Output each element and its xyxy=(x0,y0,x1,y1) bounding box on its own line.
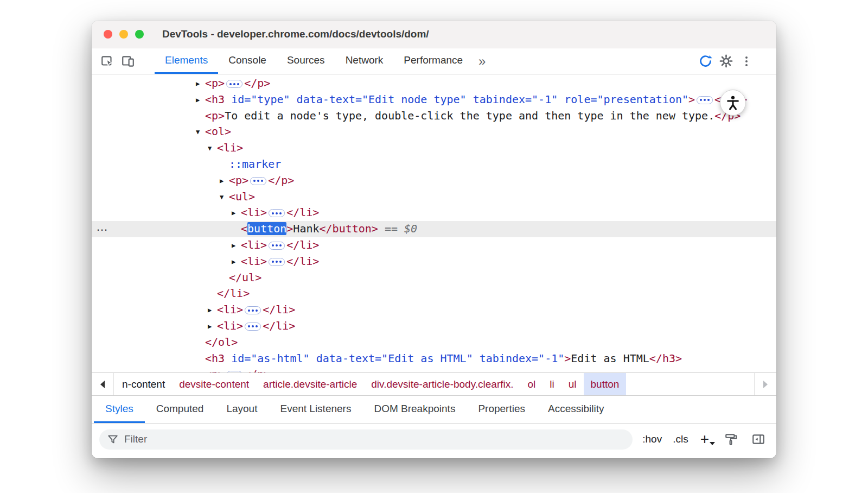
close-button[interactable] xyxy=(104,30,112,39)
expand-arrow-icon[interactable]: ▶ xyxy=(208,319,217,335)
sidebar-tab-properties[interactable]: Properties xyxy=(467,396,537,423)
token-tag: </li> xyxy=(286,255,319,268)
device-toolbar-icon[interactable] xyxy=(118,52,138,71)
dom-tree-row[interactable]: ▶<li></li> xyxy=(92,318,776,334)
inline-expand-ellipsis-button[interactable] xyxy=(245,323,261,331)
expand-arrow-icon[interactable]: ▶ xyxy=(232,254,241,270)
inline-expand-ellipsis-button[interactable] xyxy=(269,258,285,266)
breadcrumb-item-ul[interactable]: ul xyxy=(561,373,584,395)
expand-arrow-icon[interactable]: ▶ xyxy=(196,367,205,372)
dom-tree-row-selected[interactable]: <button>Hank</button> == $0 xyxy=(92,221,776,237)
inline-expand-ellipsis-button[interactable] xyxy=(245,306,261,314)
minimize-button[interactable] xyxy=(119,30,128,39)
dom-tree-row[interactable]: ▶<li></li> xyxy=(92,302,776,318)
devtools-window: DevTools - developer.chrome.com/docs/dev… xyxy=(92,21,776,458)
dom-tree-row[interactable]: </li> xyxy=(92,286,776,302)
dom-tree-row[interactable]: <p>To edit a node's type, double-click t… xyxy=(92,108,776,124)
token-tag: <ul> xyxy=(229,190,255,203)
dom-tree-row[interactable]: </ul> xyxy=(92,270,776,286)
devtools-toolbar: ElementsConsoleSourcesNetworkPerformance… xyxy=(92,48,776,74)
inline-expand-ellipsis-button[interactable] xyxy=(269,242,285,250)
dom-tree-row[interactable]: ::marker xyxy=(92,156,776,173)
dom-tree-row[interactable]: ▶<li></li> xyxy=(92,237,776,254)
traffic-lights xyxy=(104,30,144,39)
token-marker: ::marker xyxy=(229,157,281,170)
sidebar-tab-dom-breakpoints[interactable]: DOM Breakpoints xyxy=(362,396,467,423)
settings-gear-icon[interactable] xyxy=(716,52,736,71)
expand-arrow-icon[interactable]: ▶ xyxy=(208,302,217,319)
sidebar-tab-accessibility[interactable]: Accessibility xyxy=(537,396,615,423)
expand-arrow-icon[interactable]: ▶ xyxy=(196,76,205,92)
elements-panel: ▶<p></p>▶<h3 id="type" data-text="Edit n… xyxy=(92,74,776,372)
toggle-class-button[interactable]: .cls xyxy=(672,433,690,445)
zoom-button[interactable] xyxy=(135,30,144,39)
gutter-more-icon[interactable]: … xyxy=(96,220,108,236)
collapse-arrow-icon[interactable]: ▼ xyxy=(196,124,205,141)
dom-tree-row[interactable]: </ol> xyxy=(92,334,776,351)
breadcrumb-scroll-left-button[interactable] xyxy=(92,373,114,395)
token-tag: </li> xyxy=(217,287,250,300)
token-attr: role="presentation" xyxy=(558,93,688,106)
inline-expand-ellipsis-button[interactable] xyxy=(250,177,266,185)
token-attr: id="as-html" xyxy=(225,352,310,365)
dom-tree-row[interactable]: ▶<h3 id="type" data-text="Edit node type… xyxy=(92,92,776,108)
expand-arrow-icon[interactable]: ▶ xyxy=(232,238,241,254)
inline-expand-ellipsis-button[interactable] xyxy=(226,80,242,88)
sidebar-tab-layout[interactable]: Layout xyxy=(215,396,269,423)
breadcrumb-item-li[interactable]: li xyxy=(542,373,561,395)
window-title: DevTools - developer.chrome.com/docs/dev… xyxy=(162,28,429,40)
token-sel: button xyxy=(247,222,286,235)
dom-tree-row[interactable]: ▶<li></li> xyxy=(92,205,776,221)
refresh-icon[interactable] xyxy=(695,52,716,71)
titlebar[interactable]: DevTools - developer.chrome.com/docs/dev… xyxy=(92,21,776,48)
dom-tree-row[interactable]: ▼<ol> xyxy=(92,124,776,140)
dom-tree-row[interactable]: ▼<ul> xyxy=(92,189,776,205)
token-tag: <p> xyxy=(229,174,248,187)
expand-arrow-icon[interactable]: ▶ xyxy=(232,205,241,222)
filter-input[interactable]: Filter xyxy=(99,429,633,450)
token-text: Hank xyxy=(293,222,319,235)
rendering-brush-icon[interactable] xyxy=(722,432,741,446)
filter-funnel-icon xyxy=(107,433,119,445)
collapse-arrow-icon[interactable]: ▼ xyxy=(220,189,229,206)
tab-elements[interactable]: Elements xyxy=(155,48,218,74)
collapse-arrow-icon[interactable]: ▼ xyxy=(208,141,217,157)
dom-tree-row[interactable]: ▼<li> xyxy=(92,140,776,156)
toggle-hover-state-button[interactable]: :hov xyxy=(641,433,663,445)
sidebar-tab-styles[interactable]: Styles xyxy=(94,396,145,423)
more-tabs-button[interactable]: » xyxy=(473,48,491,74)
sidebar-tab-event-listeners[interactable]: Event Listeners xyxy=(269,396,362,423)
sidebar-tab-bar: StylesComputedLayoutEvent ListenersDOM B… xyxy=(92,396,776,424)
breadcrumb-item-ol[interactable]: ol xyxy=(521,373,543,395)
toggle-sidebar-icon[interactable] xyxy=(749,432,768,446)
breadcrumb: n-contentdevsite-contentarticle.devsite-… xyxy=(114,373,754,395)
dom-tree-row[interactable]: <h3 id="as-html" data-text="Edit as HTML… xyxy=(92,351,776,367)
tab-console[interactable]: Console xyxy=(218,48,277,74)
dom-tree-row[interactable]: ▶<p></p> xyxy=(92,75,776,92)
token-tag: <li> xyxy=(217,303,243,316)
token-eq: == xyxy=(378,222,404,235)
breadcrumb-item-button[interactable]: button xyxy=(584,373,627,395)
inline-expand-ellipsis-button[interactable] xyxy=(697,96,713,104)
breadcrumb-item-div-devsite-article-body-clearfix-[interactable]: div.devsite-article-body.clearfix. xyxy=(364,373,520,395)
new-style-rule-button[interactable]: + xyxy=(698,432,713,447)
breadcrumb-scroll-right-button[interactable] xyxy=(754,373,776,395)
breadcrumb-item-article-devsite-article[interactable]: article.devsite-article xyxy=(256,373,364,395)
expand-arrow-icon[interactable]: ▶ xyxy=(220,173,229,189)
chevron-right-icon xyxy=(763,381,768,388)
kebab-menu-icon[interactable] xyxy=(736,52,757,71)
sidebar-tab-computed[interactable]: Computed xyxy=(145,396,215,423)
inspect-element-icon[interactable] xyxy=(97,52,118,71)
dom-tree-row[interactable]: ▶<p></p> xyxy=(92,366,776,372)
inline-expand-ellipsis-button[interactable] xyxy=(226,371,242,372)
dom-tree-row[interactable]: ▶<li></li> xyxy=(92,254,776,270)
breadcrumb-item-n-content[interactable]: n-content xyxy=(115,373,172,395)
tab-sources[interactable]: Sources xyxy=(277,48,335,74)
breadcrumb-item-devsite-content[interactable]: devsite-content xyxy=(172,373,256,395)
expand-arrow-icon[interactable]: ▶ xyxy=(196,92,205,109)
tab-performance[interactable]: Performance xyxy=(393,48,473,74)
inline-expand-ellipsis-button[interactable] xyxy=(269,209,285,217)
dom-tree-row[interactable]: ▶<p></p> xyxy=(92,173,776,189)
token-attr: id="type" xyxy=(225,93,290,106)
tab-network[interactable]: Network xyxy=(335,48,394,74)
